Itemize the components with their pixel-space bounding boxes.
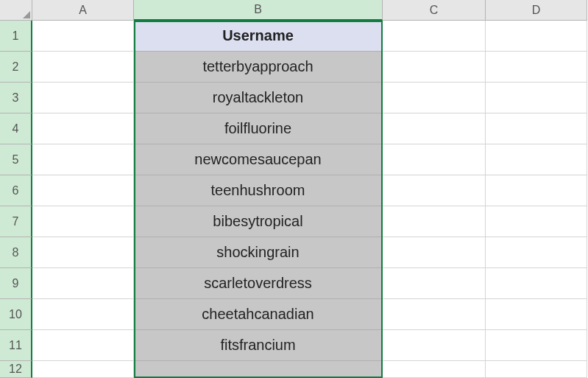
cell-B11[interactable]: fitsfrancium [134, 330, 383, 361]
cell-B9[interactable]: scarletoverdress [134, 268, 383, 299]
cell-D10[interactable] [486, 299, 587, 330]
select-all-corner[interactable] [0, 0, 32, 21]
cell-D3[interactable] [486, 83, 587, 113]
column-header-A[interactable]: A [32, 0, 134, 21]
cell-C4[interactable] [383, 113, 486, 144]
row-header[interactable]: 11 [0, 330, 32, 361]
cell-B10[interactable]: cheetahcanadian [134, 299, 383, 330]
cell-A10[interactable] [32, 299, 134, 330]
row-header[interactable]: 6 [0, 175, 32, 206]
row-header[interactable]: 2 [0, 52, 32, 83]
cell-A6[interactable] [32, 175, 134, 206]
cell-D7[interactable] [486, 206, 587, 237]
cell-D9[interactable] [486, 268, 587, 299]
cell-B2[interactable]: tetterbyapproach [134, 52, 383, 83]
cell-C10[interactable] [383, 299, 486, 330]
cell-A5[interactable] [32, 144, 134, 175]
row-header[interactable]: 4 [0, 113, 32, 144]
column-header-C[interactable]: C [383, 0, 486, 21]
cell-A4[interactable] [32, 113, 134, 144]
cell-D12[interactable] [486, 361, 587, 378]
cell-C12[interactable] [383, 361, 486, 378]
row-header[interactable]: 5 [0, 144, 32, 175]
cell-A8[interactable] [32, 237, 134, 268]
cell-C5[interactable] [383, 144, 486, 175]
column-header-D[interactable]: D [486, 0, 587, 21]
cell-A12[interactable] [32, 361, 134, 378]
cell-A11[interactable] [32, 330, 134, 361]
cell-A7[interactable] [32, 206, 134, 237]
cell-D6[interactable] [486, 175, 587, 206]
cell-D2[interactable] [486, 52, 587, 83]
cell-D1[interactable] [486, 21, 587, 52]
row-header[interactable]: 8 [0, 237, 32, 268]
cell-B5[interactable]: newcomesaucepan [134, 144, 383, 175]
row-header[interactable]: 10 [0, 299, 32, 330]
cell-C1[interactable] [383, 21, 486, 52]
cell-B4[interactable]: foilfluorine [134, 113, 383, 144]
cell-C7[interactable] [383, 206, 486, 237]
cell-A2[interactable] [32, 52, 134, 83]
cell-C8[interactable] [383, 237, 486, 268]
cell-D8[interactable] [486, 237, 587, 268]
row-header[interactable]: 7 [0, 206, 32, 237]
cell-B7[interactable]: bibesytropical [134, 206, 383, 237]
cell-D5[interactable] [486, 144, 587, 175]
cell-C9[interactable] [383, 268, 486, 299]
cell-B8[interactable]: shockingrain [134, 237, 383, 268]
cell-C2[interactable] [383, 52, 486, 83]
spreadsheet-grid[interactable]: A B C D 1 Username 2 tetterbyapproach 3 … [0, 0, 588, 378]
row-header[interactable]: 12 [0, 361, 32, 378]
row-header[interactable]: 9 [0, 268, 32, 299]
cell-B6[interactable]: teenhushroom [134, 175, 383, 206]
cell-D11[interactable] [486, 330, 587, 361]
row-header[interactable]: 1 [0, 21, 32, 52]
column-header-B[interactable]: B [134, 0, 383, 21]
cell-C3[interactable] [383, 83, 486, 113]
cell-A9[interactable] [32, 268, 134, 299]
cell-A3[interactable] [32, 83, 134, 113]
cell-B3[interactable]: royaltackleton [134, 83, 383, 113]
cell-B1[interactable]: Username [134, 21, 383, 52]
cell-A1[interactable] [32, 21, 134, 52]
cell-C11[interactable] [383, 330, 486, 361]
cell-D4[interactable] [486, 113, 587, 144]
row-header[interactable]: 3 [0, 83, 32, 113]
cell-B12[interactable] [134, 361, 383, 378]
cell-C6[interactable] [383, 175, 486, 206]
